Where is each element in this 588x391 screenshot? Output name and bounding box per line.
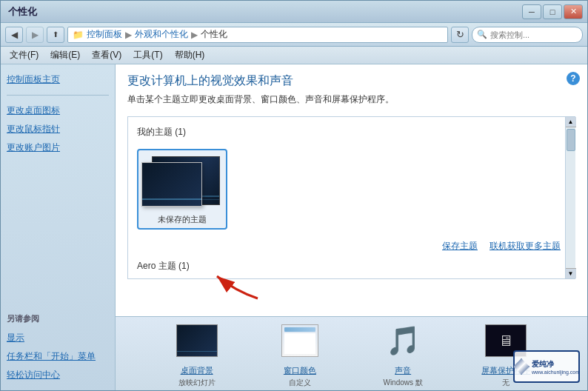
search-icon: 🔍 xyxy=(477,30,487,39)
up-button[interactable]: ⬆ xyxy=(47,27,64,43)
window-color-thumb xyxy=(281,324,318,357)
forward-button[interactable]: ▶ xyxy=(26,27,44,43)
back-button[interactable]: ◀ xyxy=(5,27,23,43)
desktop-background-icon xyxy=(176,319,218,362)
window-color-sublabel: 自定义 xyxy=(289,378,311,388)
desktop-background-label: 桌面背景 xyxy=(181,365,213,376)
aero-themes-row xyxy=(134,275,564,278)
sidebar: 控制面板主页 更改桌面图标 更改鼠标指针 更改账户图片 另请参阅 显示 任务栏和… xyxy=(1,64,116,390)
wc-body xyxy=(284,333,315,354)
themes-links: 保存主题 联机获取更多主题 xyxy=(134,235,564,257)
minimize-button[interactable]: ─ xyxy=(522,4,541,19)
unsaved-theme-label: 未保存的主题 xyxy=(158,214,207,225)
desktop-background-sublabel: 放映幻灯片 xyxy=(178,378,216,388)
refresh-button[interactable]: ↻ xyxy=(451,27,469,43)
title-bar-left: 个性化 xyxy=(5,5,37,19)
deco-line4 xyxy=(177,351,217,352)
screen-saver-label: 屏幕保护程序 xyxy=(481,365,530,376)
sound-icon-container: 🎵 xyxy=(381,319,424,362)
sound-item[interactable]: 🎵 声音 Windows 默 xyxy=(373,319,432,388)
online-themes-link[interactable]: 联机获取更多主题 xyxy=(490,240,561,253)
sidebar-change-account-picture[interactable]: 更改账户图片 xyxy=(7,140,109,156)
sound-sublabel: Windows 默 xyxy=(383,378,422,388)
themes-scrollbar[interactable]: ▲ ▼ xyxy=(565,117,575,278)
sound-label: 声音 xyxy=(395,365,411,376)
main-content: 控制面板主页 更改桌面图标 更改鼠标指针 更改账户图片 另请参阅 显示 任务栏和… xyxy=(1,64,587,390)
sep1: ▶ xyxy=(125,30,132,40)
screen-saver-icon: 🖥 xyxy=(498,332,513,350)
menu-tools[interactable]: 工具(T) xyxy=(127,47,168,63)
themes-panel-inner: 我的主题 (1) xyxy=(128,117,575,278)
title-bar-controls: ─ □ ✕ xyxy=(522,4,583,19)
search-input[interactable] xyxy=(490,30,578,39)
page-subtitle: 单击某个主题立即更改桌面背景、窗口颜色、声音和屏幕保护程序。 xyxy=(127,93,575,106)
close-button[interactable]: ✕ xyxy=(564,4,583,19)
thumb-front-bg xyxy=(142,163,201,206)
address-path: 📁 控制面板 ▶ 外观和个性化 ▶ 个性化 xyxy=(67,27,448,43)
sidebar-control-panel-home[interactable]: 控制面板主页 xyxy=(7,72,109,87)
thumb-front-card xyxy=(141,162,202,207)
screen-saver-icon-container: 🖥 xyxy=(484,319,527,362)
sidebar-change-desktop-icons[interactable]: 更改桌面图标 xyxy=(7,103,109,118)
menu-file[interactable]: 文件(F) xyxy=(4,47,44,63)
desktop-background-item[interactable]: 桌面背景 放映幻灯片 xyxy=(167,319,227,388)
sidebar-also-section-title: 另请参阅 xyxy=(7,313,109,324)
screen-saver-item[interactable]: 🖥 屏幕保护程序 无 xyxy=(476,319,535,388)
sound-icon: 🎵 xyxy=(386,324,421,357)
right-panel: ? 更改计算机上的视觉效果和声音 单击某个主题立即更改桌面背景、窗口颜色、声音和… xyxy=(116,64,587,316)
path-icon: 📁 xyxy=(73,30,84,40)
page-title: 更改计算机上的视觉效果和声音 xyxy=(127,73,575,89)
screen-saver-thumb: 🖥 xyxy=(485,324,527,357)
breadcrumb-appearance[interactable]: 外观和个性化 xyxy=(135,28,188,41)
unsaved-theme-thumbnail xyxy=(141,153,223,211)
menu-help[interactable]: 帮助(H) xyxy=(169,47,211,63)
sep2: ▶ xyxy=(191,30,198,40)
sidebar-ease-access[interactable]: 轻松访问中心 xyxy=(7,367,109,383)
screen-saver-sublabel: 无 xyxy=(502,378,510,388)
scroll-thumb[interactable] xyxy=(567,129,575,151)
maximize-button[interactable]: □ xyxy=(543,4,562,19)
themes-panel: 我的主题 (1) xyxy=(127,116,575,279)
aero-section-label: Aero 主题 (1) xyxy=(134,257,564,275)
scroll-down-button[interactable]: ▼ xyxy=(566,268,576,278)
sidebar-taskbar[interactable]: 任务栏和「开始」菜单 xyxy=(7,349,109,364)
scroll-up-button[interactable]: ▲ xyxy=(566,117,576,127)
window-color-icon xyxy=(278,319,321,362)
sidebar-change-mouse-pointer[interactable]: 更改鼠标指针 xyxy=(7,121,109,137)
address-bar: ◀ ▶ ⬆ 📁 控制面板 ▶ 外观和个性化 ▶ 个性化 ↻ 🔍 xyxy=(1,23,587,47)
window-color-label: 窗口颜色 xyxy=(284,365,316,376)
bottom-bar: 桌面背景 放映幻灯片 窗口颜色 自定义 xyxy=(116,316,587,390)
scroll-track xyxy=(567,127,575,268)
sidebar-display[interactable]: 显示 xyxy=(7,330,109,346)
window-title: 个性化 xyxy=(8,5,37,19)
menu-bar: 文件(F) 编辑(E) 查看(V) 工具(T) 帮助(H) xyxy=(1,47,587,64)
search-box[interactable]: 🔍 xyxy=(472,27,583,43)
window-color-item[interactable]: 窗口颜色 自定义 xyxy=(270,319,330,388)
desktop-bg-thumb xyxy=(176,324,218,357)
sidebar-divider xyxy=(7,95,109,96)
help-icon[interactable]: ? xyxy=(567,72,580,85)
wc-bar xyxy=(284,327,315,332)
themes-grid: 未保存的主题 xyxy=(134,146,564,233)
deco-line3 xyxy=(142,198,201,200)
menu-edit[interactable]: 编辑(E) xyxy=(44,47,86,63)
breadcrumb-control-panel[interactable]: 控制面板 xyxy=(87,28,122,41)
my-themes-label: 我的主题 (1) xyxy=(134,123,564,141)
main-window: 个性化 ─ □ ✕ ◀ ▶ ⬆ 📁 控制面板 ▶ 外观和个性化 ▶ 个性化 ↻ … xyxy=(0,0,588,391)
save-theme-link[interactable]: 保存主题 xyxy=(442,240,478,253)
desktop-bg-img xyxy=(177,325,217,356)
menu-view[interactable]: 查看(V) xyxy=(86,47,127,63)
unsaved-theme-item[interactable]: 未保存的主题 xyxy=(137,149,227,230)
breadcrumb-personalization: 个性化 xyxy=(201,28,227,41)
title-bar: 个性化 ─ □ ✕ xyxy=(1,1,587,23)
